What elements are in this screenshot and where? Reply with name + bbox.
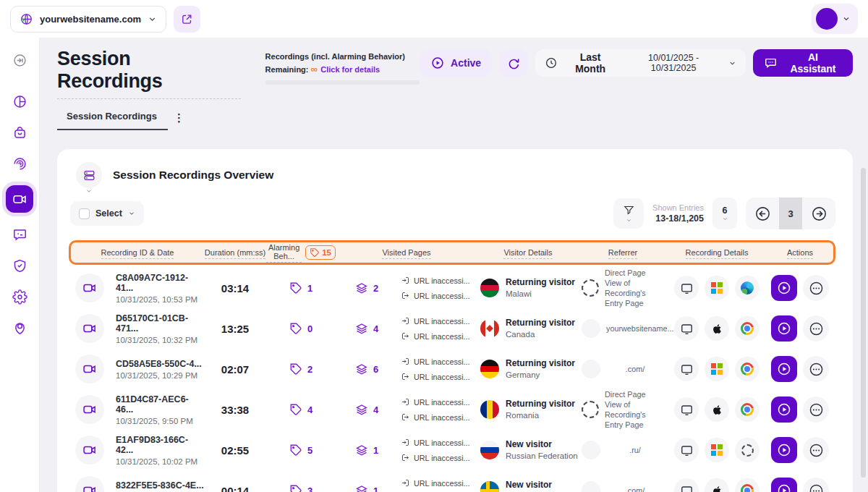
play-recording-button[interactable]: [771, 315, 797, 342]
exit-url[interactable]: URL inaccessi...: [401, 453, 477, 462]
filter-button[interactable]: [613, 198, 644, 229]
row-more-options-button[interactable]: [803, 478, 829, 492]
country-flag-icon: [480, 481, 499, 492]
page-title: Session Recordings: [57, 48, 241, 99]
browser-chrome-icon: [735, 357, 760, 381]
play-recording-button[interactable]: [771, 396, 797, 423]
exit-url[interactable]: URL inaccessi...: [401, 291, 477, 300]
website-selector[interactable]: yourwebsitename.com: [10, 6, 166, 33]
previous-page-button[interactable]: [746, 198, 779, 229]
shown-entries-value: 13-18/1,205: [652, 213, 704, 224]
column-visitor-details[interactable]: Visitor Details: [477, 248, 579, 257]
recording-id: CD58A5E8-550C-4...: [116, 359, 204, 369]
recording-duration: 02:55: [204, 444, 266, 457]
pie-chart-icon: [12, 94, 27, 109]
recording-duration: 00:14: [204, 485, 266, 492]
entry-page-icon: [401, 357, 410, 366]
table-row: 611D4C87-AEC6-46... 10/31/2025, 9:50 PM …: [69, 389, 835, 430]
sidebar-item-session-recordings[interactable]: [6, 185, 33, 213]
os-apple-icon: [705, 316, 729, 341]
table-header: Recording ID & Date Duration (mm:ss) Ala…: [69, 240, 835, 265]
chevron-down-icon: [85, 187, 93, 195]
website-name: yourwebsitename.com: [40, 14, 141, 25]
sidebar-item-feedback[interactable]: [6, 221, 33, 248]
pagination: 3: [746, 198, 835, 229]
row-more-options-button[interactable]: [803, 396, 829, 423]
device-desktop-icon: [674, 357, 699, 381]
current-page: 3: [779, 198, 802, 229]
ai-assistant-button[interactable]: AI Assistant: [753, 49, 853, 77]
sidebar-item-dashboard[interactable]: [6, 88, 33, 115]
period-range: 10/01/2025 - 10/31/2025: [624, 53, 723, 73]
play-recording-button[interactable]: [771, 478, 797, 492]
exit-url[interactable]: URL inaccessi...: [401, 372, 477, 381]
open-website-button[interactable]: [174, 6, 200, 33]
entry-url[interactable]: URL inaccessi...: [401, 438, 477, 447]
overview-widget-selector[interactable]: [76, 162, 102, 188]
page-size-selector[interactable]: 6: [712, 198, 737, 229]
entry-url[interactable]: URL inaccessi...: [401, 316, 477, 326]
select-all-checkbox[interactable]: [79, 208, 90, 219]
select-dropdown[interactable]: Select: [70, 201, 144, 226]
visited-pages-layers-icon: [355, 444, 368, 457]
column-alarming-behavior[interactable]: Alarming Beh... 15: [266, 243, 336, 263]
alarming-behavior-count: 4: [307, 404, 312, 415]
referrer-icon: [582, 360, 600, 378]
visited-pages-count: 6: [373, 364, 378, 375]
row-more-options-button[interactable]: [803, 315, 829, 342]
play-icon: [776, 442, 792, 458]
exit-page-icon: [401, 291, 410, 300]
column-visited-pages[interactable]: Visited Pages: [336, 248, 477, 257]
entry-url[interactable]: URL inaccessi...: [401, 357, 477, 366]
visitor-country: Russian Federation: [506, 451, 578, 461]
row-more-options-button[interactable]: [803, 356, 829, 382]
date-range-selector[interactable]: Last Month 10/01/2025 - 10/31/2025: [535, 49, 746, 77]
entry-url[interactable]: URL inaccessi...: [401, 397, 477, 407]
alarming-behavior-count-badge[interactable]: 15: [305, 245, 336, 260]
entry-url[interactable]: URL inaccessi...: [401, 276, 477, 285]
tab-options-kebab-icon[interactable]: ⋮: [168, 111, 190, 130]
entry-url[interactable]: URL inaccessi...: [401, 478, 477, 488]
column-recording-details[interactable]: Recording Details: [667, 248, 767, 257]
exit-url[interactable]: URL inaccessi...: [401, 412, 477, 422]
play-recording-button[interactable]: [771, 275, 797, 301]
visitor-type: Returning visitor: [506, 399, 575, 409]
table-row: 8322F5E5-836C-4E... 10/31/2025, 9:57 PM …: [69, 470, 835, 492]
page-scrollbar-thumb[interactable]: [861, 168, 866, 478]
shopping-bag-icon: [12, 125, 27, 140]
recording-id: 8322F5E5-836C-4E...: [116, 480, 204, 491]
row-more-options-button[interactable]: [803, 275, 829, 301]
sidebar-item-visitor-location[interactable]: [6, 314, 33, 342]
ai-chat-icon: [764, 56, 778, 70]
sidebar-item-behavior[interactable]: [6, 150, 33, 177]
recording-duration: 13:25: [204, 323, 266, 335]
active-recordings-button[interactable]: Active: [420, 49, 492, 77]
sidebar-collapse-button[interactable]: [6, 46, 33, 74]
row-more-options-button[interactable]: [803, 437, 829, 463]
sidebar-item-privacy[interactable]: [6, 252, 33, 279]
column-referrer[interactable]: Referrer: [579, 248, 667, 257]
column-recording-id-date[interactable]: Recording ID & Date: [71, 248, 204, 257]
play-recording-button[interactable]: [771, 356, 797, 382]
sidebar-item-settings[interactable]: [6, 283, 33, 310]
referrer-icon: [582, 401, 599, 418]
column-actions[interactable]: Actions: [767, 248, 833, 257]
visitor-type: Returning visitor: [506, 277, 575, 287]
collapse-arrow-icon: [12, 53, 27, 68]
refresh-button[interactable]: [499, 49, 528, 77]
play-recording-button[interactable]: [771, 437, 797, 463]
click-for-details-link[interactable]: Click for details: [320, 65, 380, 74]
video-camera-icon: [12, 192, 27, 207]
recordings-remaining-progressbar: [265, 80, 420, 85]
video-camera-icon: [75, 436, 104, 465]
user-menu[interactable]: [812, 4, 858, 34]
next-page-button[interactable]: [802, 198, 835, 229]
exit-url[interactable]: URL inaccessi...: [401, 331, 477, 341]
sidebar-item-ecommerce[interactable]: [6, 119, 33, 146]
ellipsis-icon: [808, 483, 825, 492]
visitor-country: Canada: [506, 329, 575, 339]
tab-session-recordings[interactable]: Session Recordings: [57, 111, 168, 130]
os-apple-icon: [705, 397, 729, 422]
tab-bar: Session Recordings ⋮: [57, 111, 853, 130]
column-duration[interactable]: Duration (mm:ss): [204, 248, 266, 257]
